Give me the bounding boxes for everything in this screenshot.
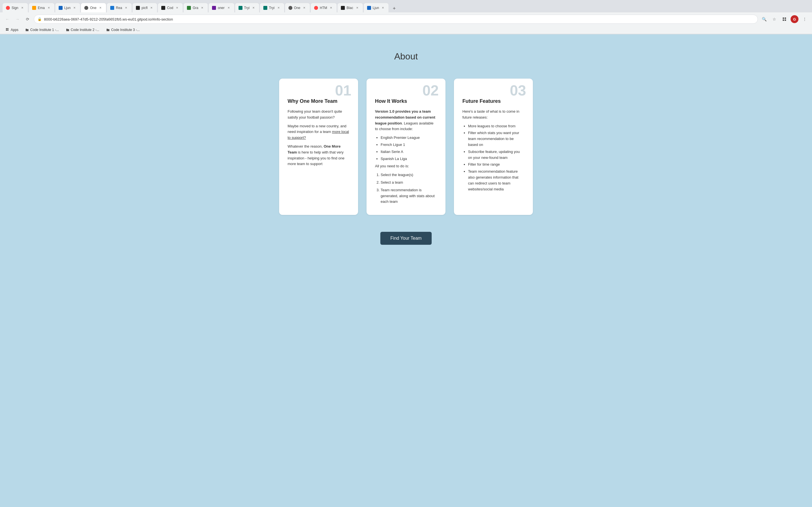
svg-rect-7 [7, 30, 8, 31]
tab-favicon [84, 6, 88, 10]
tab-label: Ljun [373, 6, 379, 10]
tab-htm[interactable]: HTM ✕ [310, 3, 337, 12]
tab-close-icon[interactable]: ✕ [355, 6, 359, 10]
bookmark-ci2-label: Code Institute 2 -... [71, 28, 99, 32]
tab-bar: Sign ✕ Ema ✕ Ljun ✕ One ✕ Rea ✕ picfl ✕ [0, 0, 812, 12]
step-item: Select the league(s) [380, 172, 437, 178]
tab-close-icon[interactable]: ✕ [226, 6, 231, 10]
tab-one[interactable]: One ✕ [81, 3, 106, 12]
features-list: More leagues to choose from Filter which… [462, 123, 524, 192]
card-text-3: Here's a taste of what is to come in fut… [462, 109, 524, 192]
address-bar[interactable]: 🔒 8000-b6226aea-0697-47d5-9212-205fa6651… [34, 15, 758, 24]
tab-sign[interactable]: Sign ✕ [2, 3, 28, 12]
cards-container: 01 Why One More Team Following your team… [279, 78, 533, 215]
browser-chrome: Sign ✕ Ema ✕ Ljun ✕ One ✕ Rea ✕ picfl ✕ [0, 0, 812, 34]
tab-tryi2[interactable]: Tryi ✕ [260, 3, 285, 12]
bookmark-ci3[interactable]: Code Institute 3 -... [104, 27, 142, 33]
new-tab-button[interactable]: + [390, 4, 398, 12]
tab-label: Ljun [64, 6, 71, 10]
tab-close-icon[interactable]: ✕ [329, 6, 333, 10]
bookmark-ci3-label: Code Institute 3 -... [111, 28, 140, 32]
about-title: About [6, 51, 806, 62]
tab-close-icon[interactable]: ✕ [302, 6, 306, 10]
extensions-button[interactable] [780, 15, 788, 23]
reload-button[interactable]: ⟳ [24, 15, 32, 23]
tab-close-icon[interactable]: ✕ [98, 6, 103, 10]
lock-icon: 🔒 [38, 17, 42, 21]
bookmark-star-button[interactable]: ☆ [770, 15, 778, 23]
search-button[interactable]: 🔍 [760, 15, 768, 23]
tab-close-icon[interactable]: ✕ [251, 6, 256, 10]
address-bar-row: ← → ⟳ 🔒 8000-b6226aea-0697-47d5-9212-205… [0, 12, 812, 26]
folder-icon [25, 28, 29, 32]
tab-blac[interactable]: Blac ✕ [337, 3, 363, 12]
tab-favicon [341, 6, 345, 10]
bookmark-apps-label: Apps [11, 28, 18, 32]
tab-cod[interactable]: Cod ✕ [158, 3, 183, 12]
tab-favicon [212, 6, 216, 10]
tab-ljun[interactable]: Ljun ✕ [55, 3, 81, 12]
tab-close-icon[interactable]: ✕ [276, 6, 281, 10]
card-text-2: Version 1.0 provides you a team recommen… [375, 109, 437, 205]
url-text: 8000-b6226aea-0697-47d5-9212-205fa6651fb… [44, 17, 754, 21]
page-content: About 01 Why One More Team Following you… [0, 34, 812, 507]
tab-oner[interactable]: oner ✕ [208, 3, 234, 12]
card-future: 03 Future Features Here's a taste of wha… [454, 78, 533, 215]
bookmark-ci1[interactable]: Code Institute 1 -... [23, 27, 61, 33]
tab-favicon [263, 6, 267, 10]
tab-close-icon[interactable]: ✕ [20, 6, 24, 10]
tab-favicon [59, 6, 63, 10]
svg-rect-1 [784, 17, 786, 19]
tab-gra[interactable]: Gra ✕ [183, 3, 208, 12]
bookmark-apps[interactable]: Apps [3, 27, 20, 33]
tab-favicon [6, 6, 10, 10]
card-para-3: Whatever the reason, One More Team is he… [288, 144, 350, 167]
tab-label: Gra [193, 6, 198, 10]
steps-intro: All you need to do is: [375, 163, 437, 169]
tab-favicon [32, 6, 36, 10]
future-intro: Here's a taste of what is to come in fut… [462, 109, 524, 121]
svg-rect-0 [783, 17, 784, 19]
card-text-1: Following your team doesn't quite satisf… [288, 109, 350, 167]
tab-tryi1[interactable]: Tryi ✕ [235, 3, 260, 12]
svg-rect-4 [6, 28, 7, 29]
tab-ljun2[interactable]: Ljun ✕ [363, 3, 389, 12]
tab-react[interactable]: Rea ✕ [107, 3, 132, 12]
tab-one2[interactable]: One ✕ [285, 3, 310, 12]
find-team-button[interactable]: Find Your Team [380, 232, 432, 245]
tab-label-one: One [90, 6, 96, 10]
tab-label: picfl [142, 6, 147, 10]
menu-button[interactable]: ⋮ [801, 15, 809, 23]
bookmarks-bar: Apps Code Institute 1 -... Code Institut… [0, 26, 812, 34]
profile-button[interactable]: G [791, 15, 799, 23]
tab-label: Sign [11, 6, 18, 10]
bookmark-ci2[interactable]: Code Institute 2 -... [63, 27, 101, 33]
tab-close-icon[interactable]: ✕ [124, 6, 128, 10]
tab-favicon [187, 6, 191, 10]
tab-close-icon[interactable]: ✕ [380, 6, 385, 10]
tab-picfl[interactable]: picfl ✕ [132, 3, 157, 12]
forward-button[interactable]: → [13, 15, 21, 23]
tab-close-icon[interactable]: ✕ [47, 6, 51, 10]
tab-label: One [294, 6, 301, 10]
local-support-link[interactable]: more local to support? [288, 129, 349, 140]
svg-rect-6 [6, 30, 7, 31]
card-how: 02 How It Works Version 1.0 provides you… [366, 78, 446, 215]
tab-favicon [161, 6, 165, 10]
tab-email[interactable]: Ema ✕ [29, 3, 55, 12]
feature-item: Filter which stats you want your team re… [468, 130, 524, 148]
back-button[interactable]: ← [3, 15, 11, 23]
folder-icon [66, 28, 70, 32]
folder-icon [106, 28, 110, 32]
feature-item: Filter for time range [468, 162, 524, 168]
tab-label: Rea [116, 6, 122, 10]
card-how-intro: Version 1.0 provides you a team recommen… [375, 109, 437, 132]
feature-item: More leagues to choose from [468, 123, 524, 129]
tab-close-icon[interactable]: ✕ [149, 6, 154, 10]
tab-close-icon[interactable]: ✕ [175, 6, 179, 10]
card-number-3: 03 [510, 83, 526, 98]
tab-close-icon[interactable]: ✕ [200, 6, 204, 10]
card-number-1: 01 [335, 83, 351, 98]
tab-close-icon[interactable]: ✕ [72, 6, 77, 10]
league-item: Spanish La Liga [380, 156, 437, 162]
